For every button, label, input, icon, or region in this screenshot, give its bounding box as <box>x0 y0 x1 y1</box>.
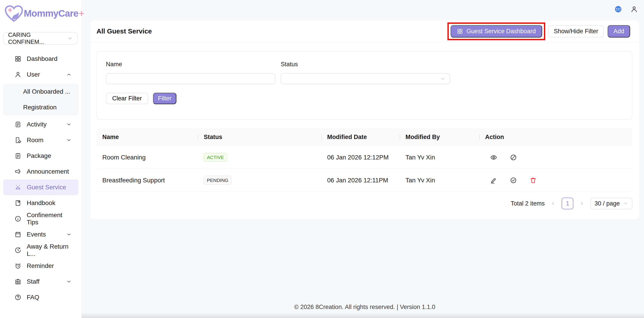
pagination: Total 2 items 1 30 / page <box>96 198 632 209</box>
column-header-name: Name <box>96 128 198 146</box>
sidebar-item-label: Confinement Tips <box>27 212 75 226</box>
sidebar-item-reminder[interactable]: Reminder <box>3 258 78 274</box>
topbar-actions <box>614 6 638 13</box>
disable-icon[interactable] <box>510 154 517 161</box>
clear-filter-button-label: Clear Filter <box>112 95 142 102</box>
chevron-down-icon <box>67 36 73 41</box>
chevron-up-icon <box>66 72 72 78</box>
page-title: All Guest Service <box>96 28 448 35</box>
sidebar-item-label: User <box>27 71 40 78</box>
clock-icon <box>14 247 21 253</box>
sidebar-item-label: Away & Return L... <box>27 243 75 257</box>
door-gear-icon <box>14 137 21 144</box>
sidebar-item-away-return[interactable]: Away & Return L... <box>3 242 78 258</box>
megaphone-icon <box>14 168 21 175</box>
book-icon <box>14 200 21 206</box>
edit-icon[interactable] <box>490 177 497 184</box>
sidebar-item-package[interactable]: Package <box>3 148 78 164</box>
brand-logo: MommyCare + <box>4 5 84 23</box>
delete-icon[interactable] <box>530 177 537 184</box>
clipboard-icon <box>14 152 21 159</box>
sidebar-item-label: Activity <box>27 121 47 128</box>
status-filter-select[interactable] <box>281 73 450 84</box>
table-row: Breastfeeding Support PENDING 06 Jan 202… <box>96 169 632 192</box>
prev-page-icon[interactable] <box>550 201 556 206</box>
sidebar-item-announcement[interactable]: Announcement <box>3 164 78 179</box>
page-number-button[interactable]: 1 <box>562 198 573 209</box>
apply-filter-button[interactable]: Filter <box>153 93 176 104</box>
sidebar-item-events[interactable]: Events <box>3 227 78 242</box>
calendar-icon <box>14 231 21 238</box>
add-button-label: Add <box>614 28 624 35</box>
cell-name: Breastfeeding Support <box>96 177 198 184</box>
dashboard-icon <box>14 56 21 62</box>
facility-selector-value: CARING CONFINEM... <box>8 32 67 45</box>
guest-service-dashboard-button[interactable]: Guest Service Dashboard <box>450 25 542 38</box>
sidebar-item-label: Announcement <box>27 168 69 175</box>
main-content-card: All Guest Service Guest Service Dashboar… <box>90 21 639 219</box>
chevron-down-icon <box>66 279 72 284</box>
red-highlight-annotation: Guest Service Dashboard <box>448 23 545 40</box>
table-header-row: Name Status Modified Date Modified By Ac… <box>96 128 632 146</box>
cell-status: PENDING <box>198 176 321 185</box>
profile-icon[interactable] <box>630 6 638 13</box>
add-button[interactable]: Add <box>608 25 630 38</box>
status-filter-label: Status <box>281 61 450 68</box>
column-header-action: Action <box>479 128 632 146</box>
sidebar-item-label: Room <box>27 137 44 144</box>
brand-name: MommyCare <box>24 8 78 19</box>
chevron-down-icon <box>66 122 72 127</box>
chevron-down-icon <box>66 137 72 143</box>
chevron-down-icon <box>440 76 446 82</box>
sidebar-item-room[interactable]: Room <box>3 132 78 148</box>
cell-modified-date: 06 Jan 2026 12:12PM <box>321 154 400 161</box>
sidebar-item-registration[interactable]: Registration <box>3 100 78 115</box>
question-icon <box>14 294 21 301</box>
sidebar-nav: Dashboard User All Onboarded ... Registr… <box>3 51 78 305</box>
name-filter-label: Name <box>106 61 275 68</box>
cell-status: ACTIVE <box>198 153 321 162</box>
alarm-icon <box>14 262 21 269</box>
sidebar-item-activity[interactable]: Activity <box>3 117 78 132</box>
approve-icon[interactable] <box>510 177 517 184</box>
show-hide-filter-button[interactable]: Show/Hide Filter <box>548 25 604 38</box>
language-globe-icon[interactable] <box>614 6 622 13</box>
clear-filter-button[interactable]: Clear Filter <box>106 93 148 104</box>
column-header-status: Status <box>198 128 321 146</box>
name-filter-input[interactable] <box>106 73 275 84</box>
facility-selector[interactable]: CARING CONFINEM... <box>3 32 78 45</box>
chevron-down-icon <box>623 201 628 206</box>
sidebar-item-staff[interactable]: Staff <box>3 274 78 289</box>
page-size-value: 30 / page <box>594 200 620 207</box>
page-size-select[interactable]: 30 / page <box>590 198 632 209</box>
sidebar-item-user[interactable]: User <box>3 67 78 82</box>
column-header-modified-by: Modified By <box>400 128 479 146</box>
guest-service-table: Name Status Modified Date Modified By Ac… <box>96 128 632 192</box>
sidebar-item-label: Dashboard <box>27 55 58 63</box>
sidebar-item-guest-service[interactable]: Guest Service <box>3 179 78 195</box>
user-icon <box>14 71 21 78</box>
status-badge: ACTIVE <box>204 153 227 162</box>
info-icon <box>14 215 21 222</box>
pagination-total: Total 2 items <box>511 200 545 207</box>
cell-actions <box>479 177 632 184</box>
sidebar-item-faq[interactable]: FAQ <box>3 289 78 305</box>
sidebar-item-label: Package <box>27 152 51 159</box>
status-filter-field: Status <box>281 61 450 84</box>
sidebar-item-confinement-tips[interactable]: Confinement Tips <box>3 211 78 227</box>
sidebar-item-label: Staff <box>27 278 40 285</box>
sidebar-item-handbook[interactable]: Handbook <box>3 195 78 211</box>
next-page-icon[interactable] <box>579 201 584 206</box>
sidebar-item-label: Events <box>27 231 46 238</box>
sidebar-item-all-onboarded[interactable]: All Onboarded ... <box>3 84 78 100</box>
guest-service-dashboard-button-label: Guest Service Dashboard <box>466 28 536 35</box>
sidebar-item-dashboard[interactable]: Dashboard <box>3 51 78 67</box>
cell-modified-by: Tan Yv Xin <box>400 154 479 161</box>
sidebar: MommyCare + CARING CONFINEM... Dashboard… <box>0 0 82 318</box>
sidebar-item-label: Handbook <box>27 199 56 207</box>
id-badge-icon <box>14 278 21 285</box>
view-icon[interactable] <box>490 154 497 161</box>
footer-text: © 2026 8Creation. All rights reserved. |… <box>90 304 639 310</box>
name-filter-field: Name <box>106 61 275 84</box>
cell-actions <box>479 154 632 161</box>
